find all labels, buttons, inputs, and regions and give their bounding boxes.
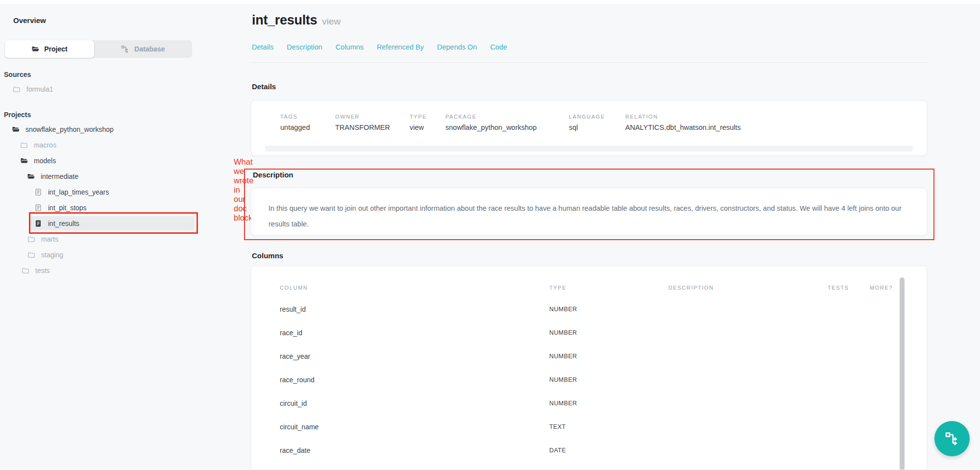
columns-table-header: COLUMN TYPE DESCRIPTION TESTS MORE? (251, 266, 927, 291)
sidebar-item-label: models (34, 157, 56, 165)
lineage-icon (945, 431, 959, 446)
table-row[interactable]: circuit_id NUMBER (251, 392, 927, 415)
field-package: PACKAGE snowflake_python_workshop (445, 114, 569, 131)
description-heading: Description (253, 171, 294, 179)
columns-table-scrollbar[interactable] (900, 277, 905, 470)
header-more: MORE? (870, 285, 899, 291)
column-type: NUMBER (549, 353, 668, 360)
sidebar-item-label: int_pit_stops (48, 204, 87, 212)
open-folder-icon (31, 45, 39, 53)
column-name: result_id (280, 305, 549, 313)
dbt-docs-page: Overview Project Database Sources formul… (0, 0, 980, 470)
field-value: untagged (280, 124, 335, 131)
sidebar-item-marts[interactable]: marts (27, 232, 58, 247)
column-name: circuit_name (280, 423, 549, 431)
column-name: circuit_id (280, 399, 549, 407)
columns-heading: Columns (252, 251, 283, 260)
tab-depends-on[interactable]: Depends On (437, 43, 477, 51)
tab-code[interactable]: Code (490, 43, 507, 51)
column-type: NUMBER (549, 376, 668, 383)
header-description: DESCRIPTION (668, 285, 828, 291)
table-row[interactable]: race_id NUMBER (251, 321, 927, 345)
sidebar-item-macros[interactable]: macros (20, 138, 56, 152)
field-value: sql (569, 124, 625, 131)
field-owner: OWNER TRANSFORMER (335, 114, 410, 131)
column-name: race_year (280, 352, 549, 360)
sidebar-item-intermediate[interactable]: intermediate (27, 169, 78, 184)
model-type-badge: view (322, 16, 341, 26)
field-label: PACKAGE (445, 114, 569, 120)
sidebar-item-label: staging (41, 251, 63, 259)
sidebar-item-int_lap_times_years[interactable]: int_lap_times_years (34, 185, 109, 199)
table-row[interactable]: circuit_name TEXT (251, 415, 927, 439)
tab-description[interactable]: Description (287, 43, 322, 51)
table-row[interactable]: race_time TIME (251, 462, 927, 470)
annotation-box-sidebar (29, 212, 198, 234)
column-type: NUMBER (549, 329, 668, 336)
columns-card: COLUMN TYPE DESCRIPTION TESTS MORE? resu… (251, 266, 927, 470)
sidebar-item-snowflake_python_workshop[interactable]: snowflake_python_workshop (12, 122, 114, 137)
sidebar-item-label: snowflake_python_workshop (25, 125, 114, 133)
closed-folder-icon (13, 85, 21, 93)
field-label: TAGS (280, 114, 335, 120)
field-label: TYPE (410, 114, 445, 120)
tab-details[interactable]: Details (252, 43, 273, 51)
closed-folder-icon (20, 141, 28, 149)
open-folder-icon (27, 173, 35, 180)
sidebar-item-label: macros (34, 141, 56, 149)
toggle-project-label: Project (44, 45, 67, 53)
table-row[interactable]: result_id NUMBER (251, 297, 927, 321)
field-label: LANGUAGE (569, 114, 625, 120)
sidebar-item-label: intermediate (41, 173, 78, 180)
sidebar-item-tests[interactable]: tests (22, 263, 50, 278)
sidebar-item-formula1[interactable]: formula1 (13, 82, 53, 97)
table-row[interactable]: race_round NUMBER (251, 368, 927, 392)
table-row[interactable]: race_date DATE (251, 439, 927, 462)
field-value: ANALYTICS.dbt_hwatson.int_results (625, 124, 741, 131)
tab-referenced-by[interactable]: Referenced By (377, 43, 424, 51)
document-icon (34, 188, 42, 196)
column-type: NUMBER (549, 400, 668, 407)
sidebar-item-staging[interactable]: staging (27, 247, 63, 262)
closed-folder-icon (27, 235, 35, 243)
overview-heading: Overview (13, 16, 46, 25)
document-icon (34, 204, 42, 212)
sidebar-item-label: tests (35, 267, 50, 274)
sources-heading: Sources (4, 71, 31, 78)
projects-heading: Projects (4, 111, 31, 119)
field-value: TRANSFORMER (335, 124, 410, 131)
columns-table-body: result_id NUMBER race_id NUMBER race_yea… (251, 297, 927, 470)
open-folder-icon (20, 157, 28, 165)
field-label: OWNER (335, 114, 410, 120)
closed-folder-icon (27, 251, 35, 259)
sidebar-item-label: int_lap_times_years (48, 188, 109, 196)
details-fields: TAGS untagged OWNER TRANSFORMER TYPE vie… (251, 101, 927, 131)
column-name: race_date (280, 446, 549, 454)
lineage-graph-button[interactable] (934, 421, 970, 456)
column-type: NUMBER (549, 306, 668, 313)
toggle-project-button[interactable]: Project (5, 40, 94, 58)
details-card: TAGS untagged OWNER TRANSFORMER TYPE vie… (251, 100, 927, 156)
toggle-database-label: Database (134, 45, 165, 53)
closed-folder-icon (22, 267, 29, 274)
tab-columns[interactable]: Columns (336, 43, 364, 51)
sidebar-item-label: marts (41, 235, 58, 243)
header-type: TYPE (549, 285, 668, 291)
field-label: RELATION (625, 114, 741, 120)
sidebar-item-models[interactable]: models (20, 153, 56, 168)
toggle-database-button[interactable]: Database (94, 40, 192, 58)
tab-bar: Details Description Columns Referenced B… (252, 43, 507, 51)
tab-divider (251, 62, 927, 63)
description-card: In this query we want to join out other … (251, 188, 927, 236)
field-language: LANGUAGE sql (569, 114, 625, 131)
field-tags: TAGS untagged (280, 114, 335, 131)
table-row[interactable]: race_year NUMBER (251, 345, 927, 368)
column-name: race_round (280, 376, 549, 384)
field-type: TYPE view (410, 114, 445, 131)
open-folder-icon (12, 125, 20, 133)
sidebar-item-label: formula1 (26, 85, 53, 93)
page-title: int_resultsview (252, 13, 341, 28)
column-type: DATE (549, 447, 668, 454)
field-value: view (410, 124, 445, 131)
project-database-toggle: Project Database (5, 40, 192, 58)
